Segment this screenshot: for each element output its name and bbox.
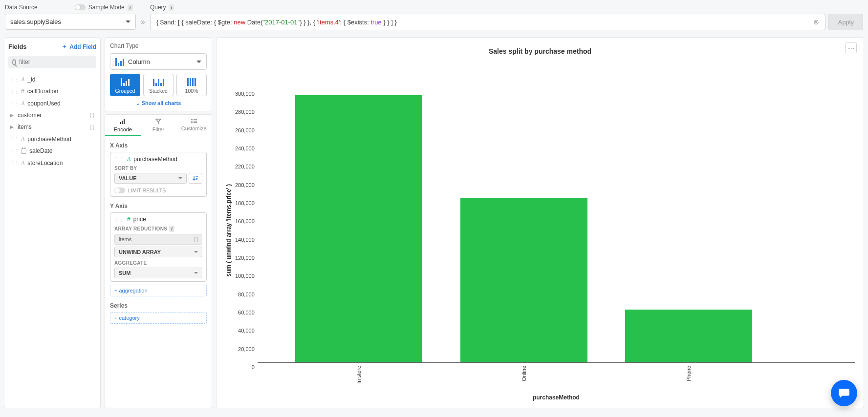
chart-type-select[interactable]: Column [110, 53, 207, 70]
tab-icon [191, 119, 197, 125]
query-input[interactable]: { $and: [ { saleDate: { $gte: new Date("… [150, 14, 826, 30]
svg-rect-2 [124, 119, 125, 124]
info-icon[interactable]: i [169, 4, 174, 11]
field-item-customer[interactable]: ▶customer{ } [8, 109, 96, 121]
chevron-down-icon [178, 177, 182, 179]
top-bar: Data Source Sample Mode i sales.supplySa… [0, 0, 868, 37]
number-type-icon: # [127, 216, 130, 223]
chart-plot-area[interactable] [258, 60, 855, 363]
config-panel: Chart Type Column GroupedStacked100% ⌄ S… [105, 37, 212, 408]
array-icon: [ ] [194, 237, 198, 242]
field-item-callDuration[interactable]: ⋮⋮#callDuration [8, 85, 96, 97]
chart-body: sum ( unwind array 'items.price' ) 300,0… [225, 60, 855, 401]
chart-bar[interactable] [295, 95, 422, 362]
data-source-select[interactable]: sales.supplySales [5, 14, 136, 30]
series-label: Series [110, 302, 207, 309]
field-item-_id[interactable]: ⋮⋮A_id [8, 73, 96, 85]
chart-type-card: Chart Type Column GroupedStacked100% ⌄ S… [105, 37, 212, 111]
field-item-saleDate[interactable]: ⋮⋮saleDate [8, 145, 96, 157]
limit-results-row[interactable]: LIMIT RESULTS [114, 188, 202, 193]
apply-button[interactable]: Apply [828, 14, 863, 30]
add-field-button[interactable]: ＋ Add Field [62, 42, 96, 51]
drag-handle-icon: ⋮⋮ [114, 217, 124, 222]
fields-filter-input[interactable] [8, 56, 96, 68]
main-area: Fields ＋ Add Field ⋮⋮A_id⋮⋮#callDuration… [0, 37, 868, 408]
fields-panel: Fields ＋ Add Field ⋮⋮A_id⋮⋮#callDuration… [4, 37, 101, 408]
chevron-down-icon [194, 251, 198, 253]
add-aggregation-button[interactable]: + aggregation [110, 285, 207, 296]
fields-filter-text[interactable] [19, 59, 92, 65]
chart-subtype-100pct[interactable]: 100% [176, 74, 207, 96]
array-reductions-label: ARRAY REDUCTIONS [114, 226, 167, 231]
drag-handle-icon: ⋮⋮ [114, 156, 124, 162]
bars-icon [121, 77, 130, 86]
svg-rect-1 [122, 121, 123, 124]
collapse-panel-button[interactable]: » [141, 18, 145, 26]
sortby-select[interactable]: VALUE [114, 173, 187, 184]
xaxis-title: purchaseMethod [258, 394, 855, 401]
chevron-down-icon: ⌄ [136, 101, 140, 106]
chart-type-title: Chart Type [110, 42, 207, 49]
chart-title: Sales split by purchase method [225, 47, 855, 55]
chat-widget-button[interactable] [831, 380, 857, 406]
items-array-indicator: items [ ] [114, 234, 202, 245]
chart-bar[interactable] [625, 310, 752, 362]
aggregate-label: AGGREGATE [114, 260, 202, 266]
yaxis-title: sum ( unwind array 'items.price' ) [225, 184, 232, 277]
data-source-label: Data Source [5, 4, 38, 11]
tab-encode[interactable]: Encode [105, 115, 141, 136]
tab-filter[interactable]: Filter [141, 115, 176, 136]
chevron-down-icon [194, 272, 198, 274]
sample-mode-toggle[interactable] [75, 4, 86, 10]
fields-title: Fields [8, 43, 27, 50]
limit-toggle[interactable] [114, 188, 125, 193]
field-item-couponUsed[interactable]: ⋮⋮AcouponUsed [8, 97, 96, 109]
query-label: Query [150, 4, 166, 11]
bars-icon [153, 77, 164, 86]
chart-menu-button[interactable]: ⋯ [845, 42, 857, 53]
unwind-select[interactable]: UNWIND ARRAY [114, 247, 202, 257]
bars-icon [187, 77, 196, 86]
chat-icon [838, 387, 850, 399]
info-icon[interactable]: i [128, 4, 133, 11]
chart-panel: ⋯ Sales split by purchase method sum ( u… [216, 37, 864, 408]
ellipsis-icon: ⋯ [848, 44, 854, 52]
field-item-items[interactable]: ▶items[ ] [8, 121, 96, 133]
data-source-block: Data Source Sample Mode i sales.supplySa… [5, 4, 136, 30]
show-all-charts-button[interactable]: ⌄ Show all charts [110, 100, 207, 106]
column-chart-icon [115, 57, 124, 66]
plus-icon: ＋ [62, 42, 67, 51]
query-block: Query i { $and: [ { saleDate: { $gte: ne… [150, 4, 863, 30]
info-icon[interactable]: i [169, 226, 174, 232]
string-type-icon: A [127, 155, 130, 163]
aggregate-select[interactable]: SUM [114, 268, 202, 278]
field-item-purchaseMethod[interactable]: ⋮⋮ApurchaseMethod [8, 133, 96, 145]
encode-card: EncodeFilterCustomize X Axis ⋮⋮ A purcha… [105, 114, 212, 408]
chevron-down-icon [196, 61, 201, 63]
chevron-down-icon [126, 21, 130, 23]
chart-subtype-stacked[interactable]: Stacked [143, 74, 174, 96]
xaxis-label: X Axis [110, 142, 207, 149]
sortby-label: SORT BY [114, 166, 202, 171]
yaxis-pill[interactable]: ⋮⋮ # price ARRAY REDUCTIONS i items [ ] … [110, 212, 207, 282]
chart-subtype-grouped[interactable]: Grouped [110, 74, 140, 96]
sort-desc-icon [193, 175, 198, 181]
search-icon [12, 59, 16, 65]
xaxis-pill[interactable]: ⋮⋮ A purchaseMethod SORT BY VALUE [110, 152, 207, 197]
add-category-button[interactable]: + category [110, 312, 207, 324]
xtick: Online [521, 366, 527, 381]
field-item-storeLocation[interactable]: ⋮⋮AstoreLocation [8, 157, 96, 169]
chart-bar[interactable] [460, 198, 587, 362]
tab-customize[interactable]: Customize [176, 115, 212, 136]
clear-query-icon[interactable]: ⊗ [813, 18, 819, 26]
svg-rect-0 [120, 122, 121, 124]
xtick: Phone [686, 366, 692, 381]
sort-direction-button[interactable] [189, 173, 202, 184]
xtick: In store [356, 366, 362, 384]
yaxis-label: Y Axis [110, 203, 207, 209]
sample-mode-label: Sample Mode [88, 4, 125, 11]
tab-icon [119, 119, 126, 125]
data-source-value: sales.supplySales [10, 18, 61, 25]
tab-icon [155, 119, 161, 125]
